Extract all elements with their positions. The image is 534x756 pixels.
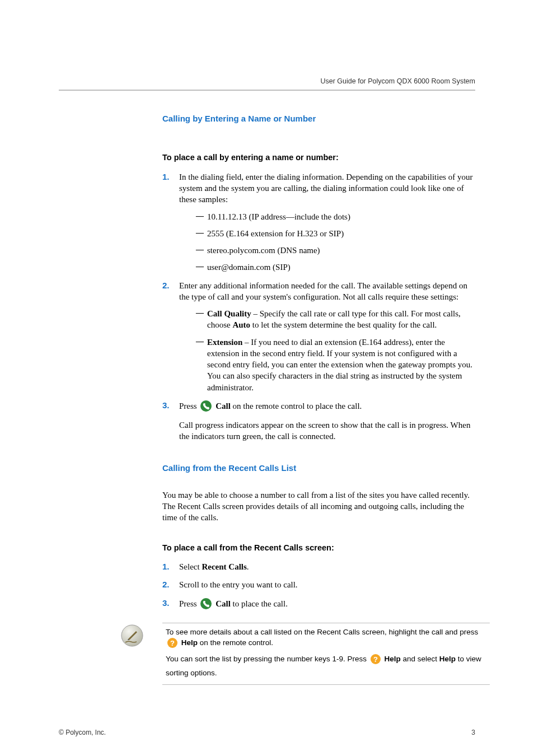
note-text: You can sort the list by pressing the nu… (166, 655, 369, 663)
step-text-b: on the remote control to place the call. (231, 402, 362, 410)
list-item: 10.11.12.13 (IP address—include the dots… (196, 211, 476, 222)
step-number: 3. (162, 598, 170, 609)
list-item: Call Quality – Specify the call rate or … (196, 308, 476, 331)
setting-text: – If you need to dial an extension (E.16… (207, 338, 472, 392)
svg-text:?: ? (170, 639, 175, 647)
step-2: 2. Scroll to the entry you want to call. (162, 579, 476, 590)
note-text: and select (401, 655, 439, 663)
list-item: 2555 (E.164 extension for H.323 or SIP) (196, 228, 476, 239)
step-3: 3. Press Call to place the call. (162, 598, 476, 613)
svg-text:?: ? (373, 655, 378, 664)
step-1: 1. In the dialing field, enter the diali… (162, 171, 476, 273)
help-icon: ? (167, 637, 178, 651)
step-text: Scroll to the entry you want to call. (179, 580, 298, 589)
list-item: user@domain.com (SIP) (196, 262, 476, 273)
main-content: Calling by Entering a Name or Number To … (162, 113, 476, 613)
note-row: To see more details about a call listed … (120, 623, 490, 685)
step-2: 2. Enter any additional information need… (162, 280, 476, 393)
steps-list-2: 1. Select Recent Calls. 2. Scroll to the… (162, 561, 476, 613)
subhead-recent-calls: To place a call from the Recent Calls sc… (162, 543, 476, 554)
step-number: 1. (162, 171, 170, 183)
step-text: . (247, 562, 249, 571)
help-label: Help (439, 655, 456, 663)
step-number: 1. (162, 561, 170, 572)
page-footer: © Polycom, Inc. 3 (59, 729, 475, 736)
help-icon: ? (370, 654, 381, 668)
step2-settings: Call Quality – Specify the call rate or … (179, 308, 476, 393)
call-label: Call (216, 402, 231, 410)
help-label: Help (384, 655, 400, 663)
setting-bold: Auto (232, 320, 250, 329)
note-box: To see more details about a call listed … (162, 623, 490, 685)
note-text: on the remote control. (198, 638, 273, 647)
step-text: Enter any additional information needed … (179, 281, 467, 301)
heading-recent-calls: Calling from the Recent Calls List (162, 463, 476, 474)
step3-after: Call progress indicators appear on the s… (179, 419, 476, 442)
step-number: 2. (162, 579, 170, 590)
call-icon (200, 400, 212, 415)
step-text-b: to place the call. (231, 599, 288, 608)
steps-list-1: 1. In the dialing field, enter the diali… (162, 171, 476, 442)
setting-text: to let the system determine the best qua… (250, 320, 437, 329)
step-number: 2. (162, 280, 170, 291)
recent-calls-intro: You may be able to choose a number to ca… (162, 489, 476, 524)
list-item: Extension – If you need to dial an exten… (196, 337, 476, 393)
recent-calls-label: Recent Calls (202, 562, 246, 571)
tip-icon (120, 623, 162, 650)
note-text: To see more details about a call listed … (166, 628, 478, 636)
step-text-a: Press (179, 599, 199, 608)
call-label: Call (216, 599, 231, 608)
page-number: 3 (471, 729, 475, 736)
setting-name: Call Quality (207, 309, 251, 318)
running-header: User Guide for Polycom QDX 6000 Room Sys… (59, 77, 475, 91)
step-text: Select (179, 562, 202, 571)
step1-examples: 10.11.12.13 (IP address—include the dots… (179, 211, 476, 273)
setting-name: Extension (207, 338, 242, 347)
step-3: 3. Press Call on the remote control to p… (162, 400, 476, 442)
heading-calling-name-number: Calling by Entering a Name or Number (162, 113, 476, 124)
copyright: © Polycom, Inc. (59, 729, 106, 736)
subhead-place-call-name: To place a call by entering a name or nu… (162, 152, 476, 164)
step-text-a: Press (179, 402, 199, 410)
call-icon (200, 598, 212, 613)
step-text: In the dialing field, enter the dialing … (179, 172, 472, 204)
help-label: Help (181, 638, 198, 647)
step-1: 1. Select Recent Calls. (162, 561, 476, 572)
step-number: 3. (162, 400, 170, 411)
list-item: stereo.polycom.com (DNS name) (196, 245, 476, 256)
